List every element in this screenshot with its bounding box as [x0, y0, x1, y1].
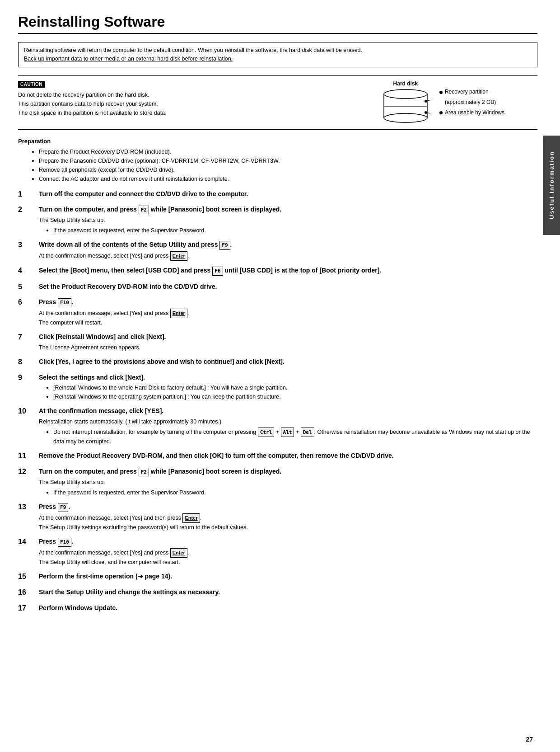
step-17-title: Perform Windows Update. [39, 604, 537, 613]
disk-svg-wrapper: Hard disk [381, 80, 430, 125]
step-12-content: Turn on the computer, and press F2 while… [39, 467, 537, 497]
step-8-number: 8 [18, 357, 31, 366]
step-2: 2 Turn on the computer, and press F2 whi… [18, 205, 537, 235]
step-11-number: 11 [18, 451, 31, 460]
warning-box: Reinstalling software will return the co… [18, 42, 537, 67]
step-3-detail1: At the confirmation message, select [Yes… [39, 251, 537, 261]
step-11: 11 Remove the Product Recovery DVD-ROM, … [18, 451, 537, 462]
step-12-detail1: The Setup Utility starts up. [39, 478, 537, 487]
steps-section: 1 Turn off the computer and connect the … [18, 190, 537, 614]
step-13-detail2: The Setup Utility settings excluding the… [39, 523, 537, 532]
step-17: 17 Perform Windows Update. [18, 604, 537, 614]
step-7-content: Click [Reinstall Windows] and click [Nex… [39, 333, 537, 352]
step-13-number: 13 [18, 503, 31, 511]
step-12-sub1: If the password is requested, enter the … [46, 488, 537, 497]
step-2-number: 2 [18, 205, 31, 214]
step-12-number: 12 [18, 467, 31, 476]
step-3-title: Write down all of the contents of the Se… [39, 240, 537, 249]
step-10-number: 10 [18, 407, 31, 415]
step-6-detail2: The computer will restart. [39, 318, 537, 327]
step-9-number: 9 [18, 373, 31, 382]
step-15: 15 Perform the first-time operation (➔ p… [18, 572, 537, 583]
step-14-detail2: The Setup Utility will close, and the co… [39, 558, 537, 567]
step-3-content: Write down all of the contents of the Se… [39, 240, 537, 261]
warning-line1: Reinstalling software will return the co… [24, 47, 362, 53]
caution-line2: This partition contains data to help rec… [18, 101, 158, 107]
step-17-content: Perform Windows Update. [39, 604, 537, 614]
step-13-content: Press F9. At the confirmation message, s… [39, 503, 537, 532]
step-7-detail1: The License Agreement screen appears. [39, 343, 537, 352]
preparation-title: Preparation [18, 138, 537, 145]
step-5-title: Set the Product Recovery DVD-ROM into th… [39, 282, 537, 291]
step-4-number: 4 [18, 266, 31, 275]
step-16-title: Start the Setup Utility and change the s… [39, 588, 537, 597]
disk-container: Hard disk [381, 80, 504, 125]
step-10-sublist: Do not interrupt reinstallation, for exa… [39, 428, 537, 446]
step-13-detail1: At the confirmation message, select [Yes… [39, 513, 537, 523]
step-9-sublist: [Reinstall Windows to the whole Hard Dis… [39, 383, 537, 401]
step-10: 10 At the confirmation message, click [Y… [18, 407, 537, 446]
step-9-sub1: [Reinstall Windows to the whole Hard Dis… [46, 383, 537, 392]
prep-list: Prepare the Product Recovery DVD-ROM (in… [18, 147, 537, 183]
disk-legend: Recovery partition (approximately 2 GB) … [439, 87, 504, 118]
caution-text: Do not delete the recovery partition on … [18, 90, 339, 118]
step-14-content: Press F10. At the confirmation message, … [39, 537, 537, 567]
step-15-title: Perform the first-time operation (➔ page… [39, 572, 537, 581]
warning-line2: Back up important data to other media or… [24, 56, 233, 62]
step-5-number: 5 [18, 282, 31, 291]
step-1-title: Turn off the computer and connect the CD… [39, 190, 537, 199]
page-number: 27 [526, 736, 533, 743]
step-2-detail1: The Setup Utility starts up. [39, 216, 537, 225]
step-10-title: At the confirmation message, click [YES]… [39, 407, 537, 416]
step-11-content: Remove the Product Recovery DVD-ROM, and… [39, 451, 537, 462]
legend-item2: Area usable by Windows [439, 108, 504, 118]
step-9-sub2: [Reinstall Windows to the operating syst… [46, 392, 537, 401]
step-14: 14 Press F10. At the confirmation messag… [18, 537, 537, 567]
prep-item-4: Connect the AC adaptor and do not remove… [32, 174, 537, 183]
step-15-content: Perform the first-time operation (➔ page… [39, 572, 537, 583]
svg-point-0 [384, 89, 427, 99]
disk-shape-label: Hard disk [393, 80, 418, 87]
legend-item1b: (approximately 2 GB) [439, 97, 504, 108]
legend-item1: Recovery partition [439, 87, 504, 97]
step-17-number: 17 [18, 604, 31, 612]
step-11-title: Remove the Product Recovery DVD-ROM, and… [39, 451, 537, 461]
step-16-number: 16 [18, 588, 31, 597]
caution-left: CAUTION Do not delete the recovery parti… [18, 80, 339, 118]
step-16: 16 Start the Setup Utility and change th… [18, 588, 537, 598]
step-12: 12 Turn on the computer, and press F2 wh… [18, 467, 537, 497]
step-5-content: Set the Product Recovery DVD-ROM into th… [39, 282, 537, 293]
step-10-sub1: Do not interrupt reinstallation, for exa… [46, 428, 537, 446]
step-2-title: Turn on the computer, and press F2 while… [39, 205, 537, 214]
step-7-number: 7 [18, 333, 31, 341]
step-12-sublist: If the password is requested, enter the … [39, 488, 537, 497]
step-14-number: 14 [18, 537, 31, 546]
step-9-content: Select the settings and click [Next]. [R… [39, 373, 537, 402]
step-10-detail1: Reinstallation starts automatically. (It… [39, 417, 537, 426]
prep-item-1: Prepare the Product Recovery DVD-ROM (in… [32, 147, 537, 156]
step-13-title: Press F9. [39, 503, 537, 512]
step-7: 7 Click [Reinstall Windows] and click [N… [18, 333, 537, 352]
step-7-title: Click [Reinstall Windows] and click [Nex… [39, 333, 537, 342]
step-8-title: Click [Yes, I agree to the provisions ab… [39, 357, 537, 367]
step-3: 3 Write down all of the contents of the … [18, 240, 537, 261]
step-8: 8 Click [Yes, I agree to the provisions … [18, 357, 537, 368]
prep-item-3: Remove all peripherals (except for the C… [32, 165, 537, 174]
step-1-number: 1 [18, 190, 31, 198]
step-5: 5 Set the Product Recovery DVD-ROM into … [18, 282, 537, 293]
page-title: Reinstalling Software [18, 14, 537, 34]
step-4-title: Select the [Boot] menu, then select [USB… [39, 266, 537, 275]
svg-point-3 [384, 113, 427, 122]
step-1-content: Turn off the computer and connect the CD… [39, 190, 537, 200]
step-2-content: Turn on the computer, and press F2 while… [39, 205, 537, 235]
caution-section: CAUTION Do not delete the recovery parti… [18, 75, 537, 130]
step-3-number: 3 [18, 240, 31, 249]
step-14-title: Press F10. [39, 537, 537, 546]
step-8-content: Click [Yes, I agree to the provisions ab… [39, 357, 537, 368]
step-2-sublist: If the password is requested, enter the … [39, 226, 537, 235]
step-6-number: 6 [18, 298, 31, 306]
caution-badge: CAUTION [18, 81, 45, 88]
step-6: 6 Press F10. At the confirmation message… [18, 298, 537, 327]
step-4: 4 Select the [Boot] menu, then select [U… [18, 266, 537, 277]
step-12-title: Turn on the computer, and press F2 while… [39, 467, 537, 476]
